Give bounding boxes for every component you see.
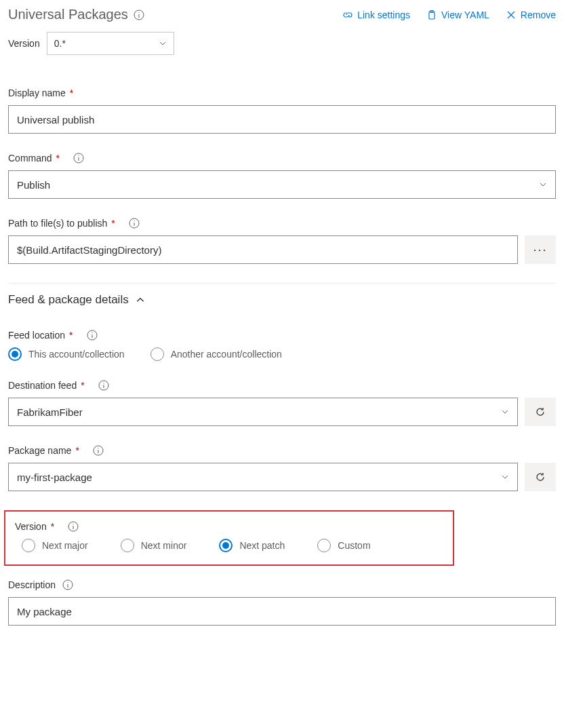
feed-location-another-label: Another account/collection bbox=[171, 349, 282, 360]
required-asterisk: * bbox=[56, 153, 60, 164]
info-icon[interactable] bbox=[93, 445, 104, 456]
info-icon[interactable] bbox=[73, 153, 84, 164]
path-input[interactable] bbox=[8, 235, 518, 264]
required-asterisk: * bbox=[75, 445, 79, 456]
display-name-label-row: Display name * bbox=[8, 88, 556, 98]
chevron-down-icon bbox=[501, 473, 509, 481]
command-select[interactable]: Publish bbox=[8, 170, 556, 199]
required-asterisk: * bbox=[111, 218, 115, 229]
top-version-select[interactable]: 0.* bbox=[47, 32, 174, 55]
view-yaml-button[interactable]: View YAML bbox=[426, 9, 489, 20]
radio-icon bbox=[22, 539, 35, 552]
command-label: Command bbox=[8, 153, 52, 164]
top-version-row: Version 0.* bbox=[8, 32, 556, 55]
refresh-icon bbox=[535, 472, 546, 482]
remove-button[interactable]: Remove bbox=[506, 9, 556, 20]
version-minor-label: Next minor bbox=[141, 540, 187, 551]
version-label: Version bbox=[15, 521, 47, 532]
radio-icon bbox=[219, 539, 233, 552]
version-label-row: Version * bbox=[15, 521, 443, 532]
info-icon[interactable] bbox=[129, 218, 140, 229]
path-label: Path to file(s) to publish bbox=[8, 218, 107, 229]
destination-feed-label: Destination feed bbox=[8, 380, 77, 391]
svg-point-17 bbox=[103, 383, 104, 383]
remove-label: Remove bbox=[521, 9, 556, 20]
package-name-field: Package name * my-first-package bbox=[8, 445, 556, 491]
version-major-label: Next major bbox=[42, 540, 88, 551]
info-icon[interactable] bbox=[62, 579, 73, 590]
refresh-icon bbox=[535, 406, 546, 417]
chevron-down-icon bbox=[539, 180, 547, 189]
info-icon[interactable] bbox=[68, 521, 79, 532]
page-title: Universal Packages bbox=[8, 7, 128, 22]
display-name-input[interactable] bbox=[8, 105, 556, 134]
feed-location-label-row: Feed location * bbox=[8, 330, 556, 341]
package-name-label: Package name bbox=[8, 445, 71, 456]
svg-point-11 bbox=[134, 221, 134, 221]
command-label-row: Command * bbox=[8, 153, 556, 164]
link-icon bbox=[342, 9, 353, 20]
svg-point-1 bbox=[138, 12, 139, 12]
destination-feed-value: FabrikamFiber bbox=[17, 406, 83, 418]
feed-location-another-radio[interactable]: Another account/collection bbox=[150, 347, 282, 361]
refresh-button[interactable] bbox=[525, 463, 556, 491]
feed-location-label: Feed location bbox=[8, 330, 65, 341]
package-name-value: my-first-package bbox=[17, 472, 92, 483]
required-asterisk: * bbox=[70, 88, 73, 98]
path-field: Path to file(s) to publish * ··· bbox=[8, 218, 556, 264]
info-icon[interactable] bbox=[98, 380, 109, 391]
radio-icon bbox=[150, 347, 164, 361]
version-patch-label: Next patch bbox=[239, 540, 285, 551]
chevron-up-icon bbox=[136, 295, 145, 305]
display-name-field: Display name * bbox=[8, 88, 556, 134]
section-title: Feed & package details bbox=[8, 293, 129, 307]
version-custom-label: Custom bbox=[338, 540, 370, 551]
version-patch-radio[interactable]: Next patch bbox=[219, 539, 285, 552]
required-asterisk: * bbox=[69, 330, 73, 341]
package-name-select[interactable]: my-first-package bbox=[8, 463, 518, 491]
section-header[interactable]: Feed & package details bbox=[8, 283, 556, 316]
top-version-label: Version bbox=[8, 38, 40, 49]
command-value: Publish bbox=[17, 179, 50, 191]
close-icon bbox=[506, 9, 517, 20]
display-name-label: Display name bbox=[8, 88, 66, 98]
feed-location-this-radio[interactable]: This account/collection bbox=[8, 347, 125, 361]
command-field: Command * Publish bbox=[8, 153, 556, 199]
destination-feed-field: Destination feed * FabrikamFiber bbox=[8, 380, 556, 426]
destination-feed-select[interactable]: FabrikamFiber bbox=[8, 398, 518, 426]
feed-location-this-label: This account/collection bbox=[28, 349, 125, 360]
svg-point-26 bbox=[67, 582, 68, 583]
path-label-row: Path to file(s) to publish * bbox=[8, 218, 556, 229]
required-asterisk: * bbox=[51, 521, 54, 532]
description-label: Description bbox=[8, 579, 56, 590]
version-field: Version * Next major Next minor Next pat… bbox=[15, 521, 443, 552]
version-custom-radio[interactable]: Custom bbox=[317, 539, 370, 552]
link-settings-button[interactable]: Link settings bbox=[342, 9, 410, 20]
top-version-value: 0.* bbox=[54, 38, 66, 49]
radio-icon bbox=[317, 539, 331, 552]
feed-location-field: Feed location * This account/collection … bbox=[8, 330, 556, 361]
version-highlight: Version * Next major Next minor Next pat… bbox=[4, 510, 454, 566]
browse-button[interactable]: ··· bbox=[525, 235, 556, 264]
description-input[interactable] bbox=[8, 597, 556, 626]
radio-icon bbox=[121, 539, 134, 552]
view-yaml-label: View YAML bbox=[441, 9, 489, 20]
link-settings-label: Link settings bbox=[357, 9, 410, 20]
header-row: Universal Packages Link settings View YA… bbox=[8, 7, 556, 22]
svg-point-20 bbox=[98, 448, 98, 448]
refresh-button[interactable] bbox=[525, 398, 556, 426]
package-name-label-row: Package name * bbox=[8, 445, 556, 456]
required-asterisk: * bbox=[81, 380, 84, 391]
info-icon[interactable] bbox=[134, 9, 144, 20]
ellipsis-icon: ··· bbox=[533, 243, 547, 257]
svg-point-8 bbox=[78, 155, 79, 156]
chevron-down-icon bbox=[501, 408, 509, 416]
info-icon[interactable] bbox=[87, 330, 98, 341]
header-actions: Link settings View YAML Remove bbox=[342, 9, 556, 20]
chevron-down-icon bbox=[159, 39, 167, 47]
version-major-radio[interactable]: Next major bbox=[22, 539, 88, 552]
version-minor-radio[interactable]: Next minor bbox=[121, 539, 187, 552]
destination-feed-label-row: Destination feed * bbox=[8, 380, 556, 391]
clipboard-icon bbox=[426, 9, 437, 20]
svg-point-23 bbox=[73, 524, 74, 524]
